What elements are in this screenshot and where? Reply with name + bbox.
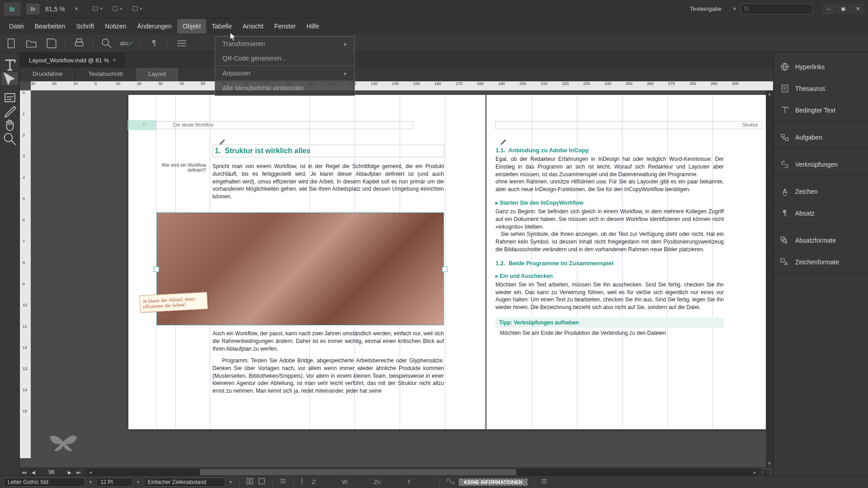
- canvas[interactable]: 0123456789101112131415 # Der ideale Work…: [20, 90, 773, 467]
- view-mode-icon-2[interactable]: ▼: [112, 5, 123, 14]
- menu-objekt[interactable]: Objekt: [177, 19, 206, 33]
- view-mode-icon-1[interactable]: ▼: [92, 5, 103, 14]
- close-button[interactable]: ✕: [851, 4, 864, 14]
- para3: Programm. Testen Sie Adobe Bridge, abges…: [212, 357, 444, 395]
- close-tab-icon[interactable]: ×: [113, 56, 116, 64]
- menu-notizen[interactable]: Notizen: [99, 19, 132, 33]
- vertical-scrollbar[interactable]: ▴ ▾: [766, 90, 773, 467]
- svg-rect-5: [75, 42, 83, 46]
- next-page-button[interactable]: ▶: [65, 470, 74, 475]
- search-box[interactable]: [741, 4, 813, 14]
- svg-point-3: [745, 6, 748, 9]
- maximize-button[interactable]: ▣: [836, 4, 850, 14]
- hand-tool[interactable]: [2, 119, 18, 132]
- character-styles-icon: A: [780, 257, 790, 267]
- p4: Möchten Sie am Ende der Produktion die V…: [495, 329, 724, 337]
- panel-conditional-text[interactable]: Bedingter Text: [774, 99, 868, 121]
- zoom-level[interactable]: 81,5 %: [45, 5, 72, 13]
- horizontal-ruler: 3020100102030405060708090100110120130140…: [31, 81, 773, 90]
- watermark-icon: [45, 428, 81, 456]
- tip-box: Tipp: Verknüpfungen aufheben: [495, 318, 724, 328]
- workspace-dropdown-icon[interactable]: ▼: [732, 6, 737, 11]
- p2b: Sie sehen Symbole, die Ihnen anzeigen, o…: [495, 230, 724, 253]
- new-doc-icon[interactable]: [5, 38, 18, 49]
- dropdown-transformieren[interactable]: Transformieren▸: [215, 37, 354, 51]
- z-label: Z:: [312, 479, 317, 485]
- panel-assignments[interactable]: Aufgaben: [774, 127, 868, 148]
- dropdown-qrcode[interactable]: QR-Code generieren...: [215, 51, 354, 66]
- pilcrow-icon[interactable]: ¶: [148, 38, 160, 49]
- document-tab[interactable]: Layout_Workflow.indd @ 81 % ×: [20, 53, 125, 67]
- panel-character[interactable]: A̲Zeichen: [774, 181, 868, 202]
- open-icon[interactable]: [25, 38, 38, 49]
- p3: Möchten Sie im Text arbeiten, müssen Sie…: [495, 281, 724, 311]
- h2: 1.2. Beide Programme im Zusammenspiel: [495, 260, 724, 267]
- zoom-dropdown-icon[interactable]: ▼: [74, 6, 79, 11]
- print-icon[interactable]: [73, 38, 85, 49]
- fit-icon[interactable]: T: [446, 477, 455, 487]
- svg-rect-12: [781, 134, 784, 137]
- font-family-select[interactable]: Letter Gothic Std: [4, 478, 85, 487]
- minimize-button[interactable]: ─: [822, 4, 835, 14]
- lines-icon[interactable]: [175, 38, 188, 49]
- leading-select[interactable]: Einfacher Zeilenabstand: [144, 478, 225, 487]
- note-tool[interactable]: [2, 92, 18, 105]
- view-tab-textabschnitt[interactable]: Textabschnitt: [75, 68, 136, 81]
- menu-datei[interactable]: Datei: [4, 19, 29, 33]
- eyedropper-tool[interactable]: [2, 106, 18, 118]
- svg-rect-2: [132, 7, 137, 11]
- font-size-select[interactable]: 12 Pt: [96, 478, 132, 487]
- svg-text:¶: ¶: [785, 239, 787, 244]
- svg-text:A: A: [784, 260, 788, 266]
- menu-tabelle[interactable]: Tabelle: [206, 19, 237, 33]
- frame-icon[interactable]: [258, 477, 266, 487]
- panel-paragraph-styles[interactable]: ¶Absatzformate: [774, 230, 868, 251]
- sticky-note: Je klarer der Ablauf, desto effizienter …: [139, 292, 208, 313]
- panel-hyperlinks[interactable]: Hyperlinks: [774, 56, 868, 78]
- columns-icon[interactable]: [246, 477, 254, 487]
- position-tool[interactable]: [2, 72, 18, 85]
- align-icon[interactable]: [279, 477, 287, 487]
- panel-character-styles[interactable]: AZeichenformate: [774, 251, 868, 273]
- assignments-icon: [780, 132, 790, 142]
- menu-schrift[interactable]: Schrift: [71, 19, 99, 33]
- menu-aenderungen[interactable]: Änderungen: [132, 19, 177, 33]
- horizontal-scrollbar[interactable]: ◂ ▸: [87, 469, 759, 475]
- view-tab-layout[interactable]: Layout: [136, 68, 179, 81]
- spellcheck-icon[interactable]: abc✓: [120, 38, 133, 49]
- menu-hilfe[interactable]: Hilfe: [301, 19, 325, 33]
- depth-icon[interactable]: [300, 477, 308, 487]
- save-icon[interactable]: [45, 38, 58, 49]
- view-mode-icon-3[interactable]: ▼: [132, 5, 143, 14]
- para2: Auch ein Workflow, der passt, kann nach …: [212, 330, 444, 352]
- menu-bearbeiten[interactable]: Bearbeiten: [29, 19, 71, 33]
- svg-rect-13: [785, 138, 788, 141]
- menubar: Datei Bearbeiten Schrift Notizen Änderun…: [0, 18, 868, 34]
- find-icon[interactable]: [100, 38, 113, 49]
- menu-icon[interactable]: [541, 478, 548, 486]
- first-page-button[interactable]: ⏮: [20, 470, 29, 475]
- page-left: # Der ideale Workflow 1. Struktur ist wi…: [128, 95, 486, 429]
- selection-handle-right[interactable]: [442, 267, 448, 272]
- document-tab-title: Layout_Workflow.indd @ 81 %: [29, 57, 109, 64]
- panel-links[interactable]: Verknüpfungen: [774, 154, 868, 175]
- bridge-button[interactable]: Br: [26, 4, 40, 14]
- type-tool[interactable]: [2, 59, 18, 71]
- dropdown-anpassen[interactable]: Anpassen▸: [215, 66, 354, 80]
- zoom-tool[interactable]: [2, 133, 18, 145]
- para1: Spricht man von einem Workflow, ist in d…: [212, 163, 444, 201]
- menu-fenster[interactable]: Fenster: [269, 19, 301, 33]
- panel-thesaurus[interactable]: Thesaurus: [774, 78, 868, 99]
- panel-paragraph[interactable]: ¶Absatz: [774, 202, 868, 224]
- view-toggle-icon[interactable]: [762, 469, 771, 476]
- last-page-button[interactable]: ⏭: [74, 470, 83, 475]
- menu-ansicht[interactable]: Ansicht: [237, 19, 269, 33]
- workspace-selector[interactable]: Texteingabe: [686, 4, 729, 14]
- dropdown-alle-befehle[interactable]: Alle Menübefehle einblenden: [215, 81, 354, 95]
- page-number[interactable]: 96: [38, 469, 65, 475]
- prev-page-button[interactable]: ◀: [29, 470, 38, 475]
- sh2: ▸ Ein und Auschecken: [495, 273, 724, 279]
- hyperlinks-icon: [780, 62, 790, 72]
- selection-handle-left[interactable]: [154, 267, 159, 272]
- view-tab-druckfahne[interactable]: Druckfahne: [20, 68, 75, 81]
